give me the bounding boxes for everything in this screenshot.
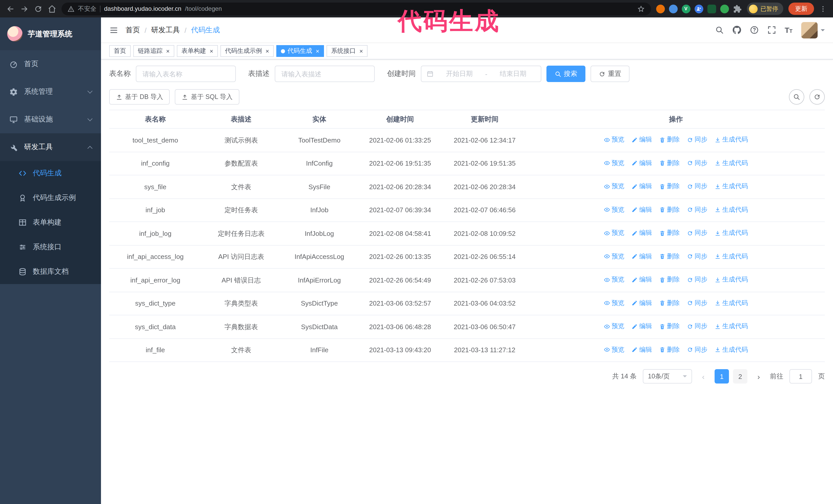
sidebar-item-system[interactable]: 系统管理: [0, 78, 101, 105]
action-edit[interactable]: 编辑: [632, 321, 652, 332]
sidebar-item-form-builder[interactable]: 表单构建: [0, 210, 101, 235]
next-page-button[interactable]: ›: [754, 372, 764, 381]
extension-icon[interactable]: [694, 4, 703, 13]
action-generate-code[interactable]: 生成代码: [715, 297, 748, 308]
action-edit[interactable]: 编辑: [632, 251, 652, 262]
app-logo[interactable]: 芋道管理系统: [0, 18, 101, 50]
table-name-input[interactable]: [136, 66, 236, 82]
extension-icon[interactable]: [707, 4, 716, 13]
user-menu[interactable]: [801, 22, 825, 38]
action-sync[interactable]: 同步: [687, 181, 708, 192]
action-generate-code[interactable]: 生成代码: [715, 158, 748, 168]
action-preview[interactable]: 预览: [604, 227, 624, 238]
browser-menu-icon[interactable]: [819, 4, 827, 13]
prev-page-button[interactable]: ‹: [698, 372, 709, 381]
tab[interactable]: 系统接口 ×: [327, 45, 367, 57]
action-edit[interactable]: 编辑: [632, 227, 652, 238]
import-sql-button[interactable]: 基于 SQL 导入: [175, 89, 239, 104]
chrome-update-button[interactable]: 更新: [788, 3, 814, 15]
sidebar-item-db-doc[interactable]: 数据库文档: [0, 259, 101, 284]
action-edit[interactable]: 编辑: [632, 134, 652, 145]
github-icon[interactable]: [732, 26, 741, 34]
breadcrumb-item[interactable]: 研发工具: [151, 25, 180, 34]
sidebar-item-home[interactable]: 首页: [0, 50, 101, 78]
action-preview[interactable]: 预览: [604, 321, 624, 332]
action-delete[interactable]: 删除: [659, 158, 680, 168]
extensions-puzzle-icon[interactable]: [733, 4, 741, 13]
goto-page-input[interactable]: [789, 369, 812, 384]
action-delete[interactable]: 删除: [659, 344, 680, 355]
tab[interactable]: 表单构建 ×: [177, 45, 218, 57]
action-delete[interactable]: 删除: [659, 297, 680, 308]
tab[interactable]: 链路追踪 ×: [133, 45, 174, 57]
font-size-icon[interactable]: TT: [785, 26, 792, 34]
extension-icon[interactable]: [656, 4, 665, 13]
table-desc-input[interactable]: [275, 66, 375, 82]
action-delete[interactable]: 删除: [659, 321, 680, 332]
action-delete[interactable]: 删除: [659, 274, 680, 285]
address-bar[interactable]: 不安全 dashboard.yudao.iocoder.cn /tool/cod…: [62, 2, 651, 15]
page-button[interactable]: 1: [715, 369, 729, 384]
action-edit[interactable]: 编辑: [632, 297, 652, 308]
close-icon[interactable]: ×: [210, 48, 213, 54]
forward-icon[interactable]: [20, 4, 29, 13]
action-edit[interactable]: 编辑: [632, 158, 652, 168]
action-delete[interactable]: 删除: [659, 134, 680, 145]
profile-paused-chip[interactable]: 已暂停: [747, 3, 783, 15]
sidebar-item-devtools[interactable]: 研发工具: [0, 133, 101, 161]
import-db-button[interactable]: 基于 DB 导入: [109, 89, 170, 104]
action-sync[interactable]: 同步: [687, 251, 708, 262]
help-icon[interactable]: [750, 26, 758, 34]
action-delete[interactable]: 删除: [659, 227, 680, 238]
breadcrumb-item[interactable]: 首页: [125, 25, 140, 34]
toggle-search-button[interactable]: [789, 89, 804, 104]
action-preview[interactable]: 预览: [604, 158, 624, 168]
sidebar-item-codegen[interactable]: 代码生成: [0, 161, 101, 186]
action-generate-code[interactable]: 生成代码: [715, 344, 748, 355]
extension-icon[interactable]: [720, 4, 729, 13]
action-preview[interactable]: 预览: [604, 297, 624, 308]
action-preview[interactable]: 预览: [604, 134, 624, 145]
action-delete[interactable]: 删除: [659, 251, 680, 262]
sidebar-item-infra[interactable]: 基础设施: [0, 105, 101, 133]
action-generate-code[interactable]: 生成代码: [715, 274, 748, 285]
action-generate-code[interactable]: 生成代码: [715, 204, 748, 215]
action-preview[interactable]: 预览: [604, 181, 624, 192]
extension-icon[interactable]: V: [682, 4, 690, 13]
action-preview[interactable]: 预览: [604, 204, 624, 215]
back-icon[interactable]: [6, 4, 15, 13]
action-preview[interactable]: 预览: [604, 274, 624, 285]
action-sync[interactable]: 同步: [687, 158, 708, 168]
sidebar-item-codegen-demo[interactable]: 代码生成示例: [0, 186, 101, 210]
action-preview[interactable]: 预览: [604, 251, 624, 262]
refresh-table-button[interactable]: [809, 89, 825, 104]
action-sync[interactable]: 同步: [687, 274, 708, 285]
reload-icon[interactable]: [34, 4, 43, 13]
action-sync[interactable]: 同步: [687, 204, 708, 215]
date-range-picker[interactable]: 开始日期 - 结束日期: [421, 66, 541, 82]
reset-button[interactable]: 重置: [591, 66, 629, 82]
action-delete[interactable]: 删除: [659, 181, 680, 192]
extension-icon[interactable]: [669, 4, 677, 13]
action-generate-code[interactable]: 生成代码: [715, 134, 748, 145]
close-icon[interactable]: ×: [316, 48, 319, 54]
bookmark-star-icon[interactable]: [637, 5, 645, 13]
sidebar-toggle-icon[interactable]: [109, 25, 118, 34]
action-edit[interactable]: 编辑: [632, 204, 652, 215]
search-icon[interactable]: [715, 26, 723, 34]
action-generate-code[interactable]: 生成代码: [715, 227, 748, 238]
action-sync[interactable]: 同步: [687, 227, 708, 238]
fullscreen-icon[interactable]: [767, 26, 776, 34]
action-delete[interactable]: 删除: [659, 204, 680, 215]
tab[interactable]: 代码生成 ×: [276, 45, 324, 57]
sidebar-item-api[interactable]: 系统接口: [0, 235, 101, 259]
action-generate-code[interactable]: 生成代码: [715, 181, 748, 192]
action-edit[interactable]: 编辑: [632, 181, 652, 192]
tab[interactable]: 首页: [109, 45, 131, 57]
page-size-select[interactable]: 10条/页: [643, 369, 692, 384]
page-button[interactable]: 2: [733, 369, 747, 384]
home-icon[interactable]: [48, 4, 56, 13]
action-sync[interactable]: 同步: [687, 297, 708, 308]
action-sync[interactable]: 同步: [687, 134, 708, 145]
action-edit[interactable]: 编辑: [632, 344, 652, 355]
